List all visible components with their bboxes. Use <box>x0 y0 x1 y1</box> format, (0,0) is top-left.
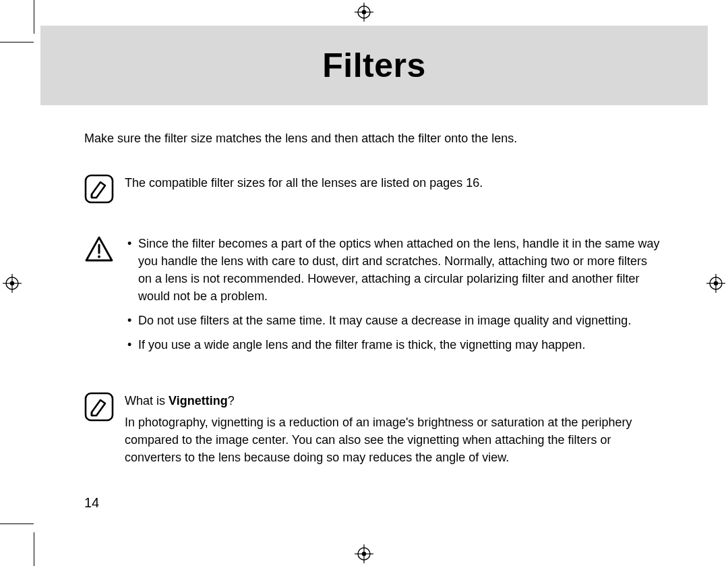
intro-text: Make sure the filter size matches the le… <box>84 132 664 146</box>
caution-list: Since the filter becomes a part of the o… <box>125 235 664 361</box>
question-line: What is Vignetting? <box>125 392 664 409</box>
vignetting-note: What is Vignetting? In photography, vign… <box>125 392 664 470</box>
note-text: The compatible filter sizes for all the … <box>125 174 664 204</box>
note-section: What is Vignetting? In photography, vign… <box>84 392 664 470</box>
list-item: Do not use filters at the same time. It … <box>135 312 664 329</box>
note-icon <box>84 174 114 204</box>
svg-rect-20 <box>86 393 113 420</box>
caution-section: Since the filter becomes a part of the o… <box>84 235 664 361</box>
svg-point-19 <box>98 256 100 258</box>
content-area: Make sure the filter size matches the le… <box>84 132 664 501</box>
registration-mark-icon <box>355 544 373 563</box>
page-title: Filters <box>322 46 426 85</box>
note-section: The compatible filter sizes for all the … <box>84 174 664 204</box>
registration-mark-icon <box>3 274 22 293</box>
page-number: 14 <box>84 495 99 511</box>
crop-mark <box>0 42 34 43</box>
crop-mark <box>34 532 34 566</box>
crop-mark <box>0 523 34 524</box>
warning-icon <box>84 235 114 264</box>
registration-mark-icon <box>355 3 373 22</box>
crop-mark <box>34 0 34 34</box>
answer-text: In photography, vignetting is a reductio… <box>125 414 664 466</box>
note-icon <box>84 392 114 422</box>
list-item: Since the filter becomes a part of the o… <box>135 235 664 305</box>
registration-mark-icon <box>706 274 725 293</box>
svg-rect-16 <box>86 175 113 202</box>
title-band: Filters <box>40 26 708 105</box>
list-item: If you use a wide angle lens and the fil… <box>135 336 664 353</box>
